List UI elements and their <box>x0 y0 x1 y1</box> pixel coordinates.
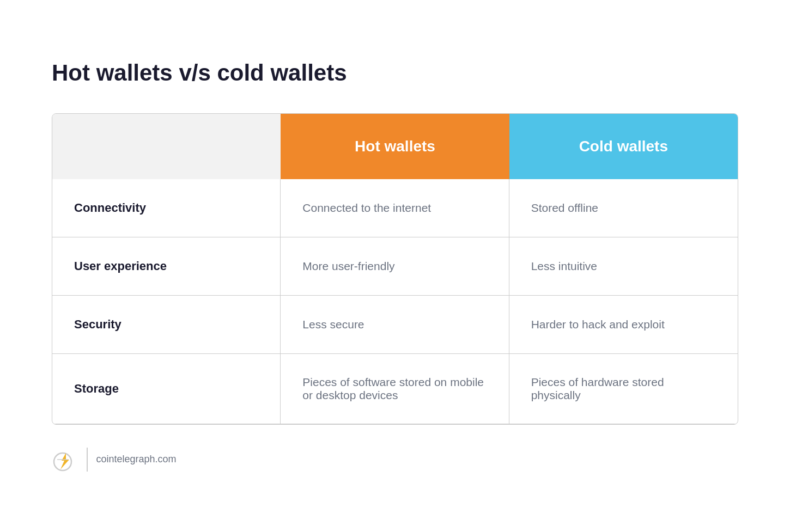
table-row: Storage Pieces of software stored on mob… <box>52 354 738 424</box>
row-cold-connectivity: Stored offline <box>509 179 738 237</box>
hot-wallets-label: Hot wallets <box>355 138 435 155</box>
row-label-security: Security <box>52 296 281 353</box>
table-row: User experience More user-friendly Less … <box>52 237 738 296</box>
header-hot-wallets: Hot wallets <box>281 114 509 179</box>
table-row: Security Less secure Harder to hack and … <box>52 296 738 354</box>
table-row: Connectivity Connected to the internet S… <box>52 179 738 237</box>
footer: cointelegraph.com <box>52 447 738 473</box>
row-cold-storage: Pieces of hardware stored physically <box>509 354 738 424</box>
row-hot-connectivity: Connected to the internet <box>281 179 509 237</box>
row-label-user-experience: User experience <box>52 237 281 295</box>
table-body: Connectivity Connected to the internet S… <box>52 179 738 424</box>
row-cold-security: Harder to hack and exploit <box>509 296 738 353</box>
footer-url: cointelegraph.com <box>96 454 177 465</box>
row-hot-storage: Pieces of software stored on mobile or d… <box>281 354 509 424</box>
table-header: Hot wallets Cold wallets <box>52 114 738 179</box>
footer-divider <box>87 448 88 472</box>
row-cold-user-experience: Less intuitive <box>509 237 738 295</box>
comparison-table: Hot wallets Cold wallets Connectivity Co… <box>52 113 738 425</box>
cointelegraph-logo <box>52 447 78 473</box>
svg-point-0 <box>54 453 71 470</box>
page-title: Hot wallets v/s cold wallets <box>52 60 738 86</box>
row-label-storage: Storage <box>52 354 281 424</box>
page-container: Hot wallets v/s cold wallets Hot wallets… <box>41 38 749 494</box>
row-hot-user-experience: More user-friendly <box>281 237 509 295</box>
header-cold-wallets: Cold wallets <box>509 114 738 179</box>
row-label-connectivity: Connectivity <box>52 179 281 237</box>
header-empty-cell <box>52 114 281 179</box>
row-hot-security: Less secure <box>281 296 509 353</box>
cold-wallets-label: Cold wallets <box>579 138 668 155</box>
